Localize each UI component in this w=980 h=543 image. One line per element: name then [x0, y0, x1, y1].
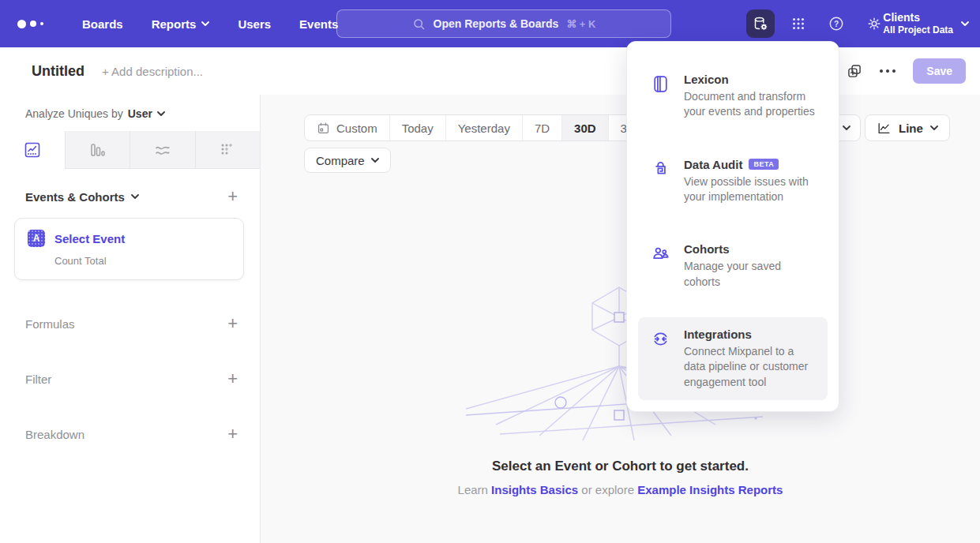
formulas-label: Formulas	[25, 317, 75, 331]
bar-chart-icon	[88, 140, 107, 159]
empty-state-links: Learn Insights Basics or explore Example…	[261, 483, 980, 496]
chevron-down-icon	[131, 194, 139, 200]
lexicon-description: Document and transform your events and p…	[684, 89, 818, 120]
chevron-down-icon	[930, 125, 938, 131]
events-cohorts-header[interactable]: Events & Cohorts	[25, 190, 139, 204]
integrations-description: Connect Mixpanel to a data pipeline or c…	[684, 344, 818, 390]
menu-item-data-audit[interactable]: Data Audit BETA View possible issues wit…	[638, 148, 828, 215]
analyze-by-selector[interactable]: User	[128, 107, 165, 120]
range-yesterday-label: Yesterday	[458, 122, 510, 135]
tab-stacked-chart[interactable]	[130, 131, 195, 169]
search-shortcut: ⌘ + K	[566, 18, 595, 30]
menu-item-integrations[interactable]: Integrations Connect Mixpanel to a data …	[638, 317, 828, 400]
nav-boards-label: Boards	[82, 17, 123, 31]
project-selector[interactable]: Clients All Project Data	[883, 0, 969, 47]
report-canvas: Custom Today Yesterday 7D 30D 3M 6M Comp…	[261, 95, 980, 543]
tab-line-chart[interactable]	[0, 131, 65, 169]
filter-label: Filter	[25, 373, 51, 386]
data-audit-description: View possible issues with your implement…	[684, 174, 818, 205]
chevron-down-icon	[371, 158, 379, 163]
svg-text:?: ?	[834, 20, 839, 28]
breakdown-label: Breakdown	[25, 428, 84, 441]
range-30d-label: 30D	[574, 122, 596, 135]
chart-type-tabs	[0, 131, 260, 169]
line-chart-icon	[877, 121, 892, 136]
chevron-down-icon	[961, 21, 969, 27]
nav-reports-label: Reports	[152, 17, 197, 31]
range-7d[interactable]: 7D	[522, 115, 561, 140]
chevron-down-icon	[843, 125, 850, 131]
example-insights-reports-link[interactable]: Example Insights Reports	[637, 483, 783, 496]
search-icon	[412, 17, 426, 31]
gear-icon	[865, 15, 883, 32]
event-letter-badge: A	[28, 230, 45, 247]
cohorts-title: Cohorts	[684, 242, 730, 256]
lexicon-book-icon	[651, 74, 670, 94]
mixpanel-logo-icon[interactable]	[17, 20, 54, 28]
add-formula-button[interactable]: +	[227, 315, 238, 332]
range-today[interactable]: Today	[389, 115, 445, 140]
chart-type-label: Line	[899, 122, 923, 135]
data-management-menu: Lexicon Document and transform your even…	[626, 41, 839, 412]
range-7d-label: 7D	[535, 122, 550, 135]
add-breakdown-button[interactable]: +	[227, 425, 238, 443]
data-audit-title: Data Audit	[684, 158, 742, 171]
help-button[interactable]: ?	[822, 9, 850, 38]
copy-plus-icon	[847, 63, 862, 79]
metric-grid-icon	[218, 140, 237, 159]
add-filter-button[interactable]: +	[227, 370, 238, 388]
more-options-button[interactable]	[880, 69, 896, 73]
top-navbar: Boards Reports Users Events Open Reports…	[0, 0, 980, 47]
range-custom[interactable]: Custom	[305, 115, 389, 140]
range-today-label: Today	[402, 122, 434, 135]
select-event-button[interactable]: Select Event	[54, 232, 125, 245]
integrations-sync-icon	[651, 329, 670, 349]
empty-state-title: Select an Event or Cohort to get started…	[261, 459, 980, 474]
events-cohorts-label: Events & Cohorts	[25, 190, 125, 204]
stacked-area-icon	[153, 140, 172, 159]
calendar-icon	[317, 122, 330, 135]
search-placeholder: Open Reports & Boards	[434, 17, 559, 30]
event-card[interactable]: A Select Event Count Total	[14, 218, 244, 280]
chart-type-selector[interactable]: Line	[865, 114, 950, 141]
compare-label: Compare	[316, 154, 365, 167]
tab-metric-grid[interactable]	[195, 131, 261, 169]
menu-item-cohorts[interactable]: Cohorts Manage your saved cohorts	[638, 232, 828, 300]
add-description-field[interactable]: + Add description...	[102, 65, 203, 78]
line-chart-icon	[23, 140, 42, 159]
chevron-down-icon	[201, 21, 209, 27]
beta-badge: BETA	[749, 159, 779, 170]
nav-reports[interactable]: Reports	[152, 17, 210, 31]
global-search-input[interactable]: Open Reports & Boards ⌘ + K	[336, 9, 671, 38]
analyze-by-value: User	[128, 107, 152, 120]
cohorts-description: Manage your saved cohorts	[684, 259, 818, 290]
range-yesterday[interactable]: Yesterday	[445, 115, 522, 140]
report-title[interactable]: Untitled	[32, 63, 84, 80]
add-event-button[interactable]: +	[227, 188, 238, 205]
apps-grid-button[interactable]	[784, 9, 813, 38]
explore-middle-text: or explore	[581, 483, 634, 496]
grid-dots-icon	[790, 16, 806, 32]
data-management-button[interactable]	[746, 9, 775, 38]
duplicate-button[interactable]	[847, 63, 862, 79]
menu-item-lexicon[interactable]: Lexicon Document and transform your even…	[638, 62, 828, 130]
query-builder-sidebar: Analyze Uniques by User	[0, 95, 261, 543]
range-30d[interactable]: 30D	[561, 115, 608, 140]
nav-events[interactable]: Events	[299, 17, 338, 31]
cohorts-people-icon	[651, 244, 670, 264]
project-org-name: Clients	[883, 11, 953, 25]
learn-prefix: Learn	[458, 483, 488, 496]
compare-button[interactable]: Compare	[304, 148, 391, 173]
nav-users[interactable]: Users	[238, 17, 271, 31]
range-custom-label: Custom	[336, 122, 377, 135]
data-audit-icon	[651, 159, 670, 179]
integrations-title: Integrations	[684, 328, 752, 341]
nav-boards[interactable]: Boards	[82, 17, 123, 31]
tab-bar-chart[interactable]	[65, 131, 130, 169]
nav-events-label: Events	[299, 17, 338, 31]
help-icon: ?	[828, 15, 845, 32]
project-data-scope: All Project Data	[883, 24, 953, 36]
count-total-selector[interactable]: Count Total	[54, 255, 231, 267]
save-button[interactable]: Save	[913, 58, 966, 84]
insights-basics-link[interactable]: Insights Basics	[491, 483, 578, 496]
